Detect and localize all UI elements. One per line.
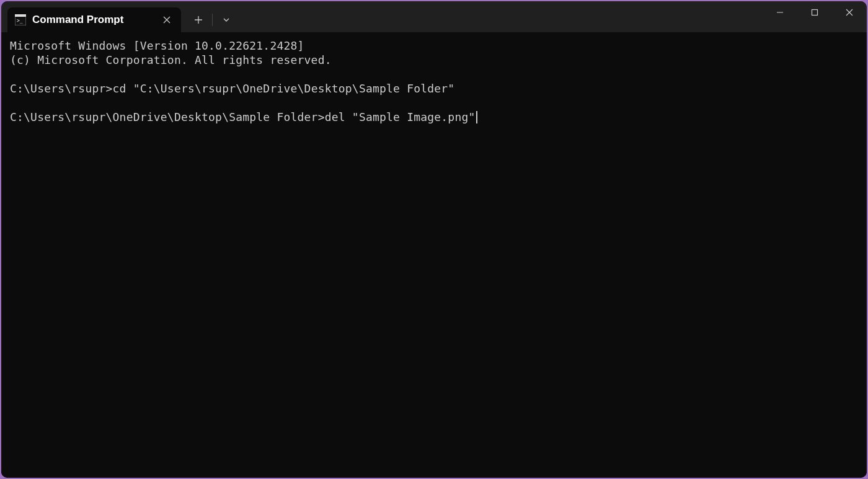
titlebar[interactable]: >_ Command Prompt (1, 1, 867, 32)
new-tab-button[interactable] (188, 10, 208, 30)
svg-rect-3 (812, 10, 818, 16)
cmd-icon: >_ (15, 14, 26, 25)
svg-text:>_: >_ (17, 18, 23, 24)
prompt-1: C:\Users\rsupr> (10, 82, 113, 95)
tab-divider (212, 14, 213, 26)
tab-command-prompt[interactable]: >_ Command Prompt (7, 7, 181, 32)
tab-title: Command Prompt (32, 14, 154, 26)
tab-close-button[interactable] (160, 13, 174, 27)
svg-rect-1 (15, 14, 26, 17)
os-version-line: Microsoft Windows [Version 10.0.22621.24… (10, 39, 304, 52)
prompt-2: C:\Users\rsupr\OneDrive\Desktop\Sample F… (10, 110, 325, 123)
command-1: cd "C:\Users\rsupr\OneDrive\Desktop\Samp… (113, 82, 455, 95)
copyright-line: (c) Microsoft Corporation. All rights re… (10, 53, 332, 66)
minimize-button[interactable] (763, 1, 797, 24)
terminal-window: >_ Command Prompt (1, 1, 867, 478)
maximize-button[interactable] (797, 1, 832, 24)
window-controls (763, 1, 867, 32)
terminal-content[interactable]: Microsoft Windows [Version 10.0.22621.24… (1, 32, 867, 478)
close-button[interactable] (832, 1, 867, 24)
text-cursor (476, 111, 477, 123)
tab-dropdown-button[interactable] (216, 10, 236, 30)
tab-actions (181, 7, 236, 32)
command-2: del "Sample Image.png" (325, 110, 476, 123)
